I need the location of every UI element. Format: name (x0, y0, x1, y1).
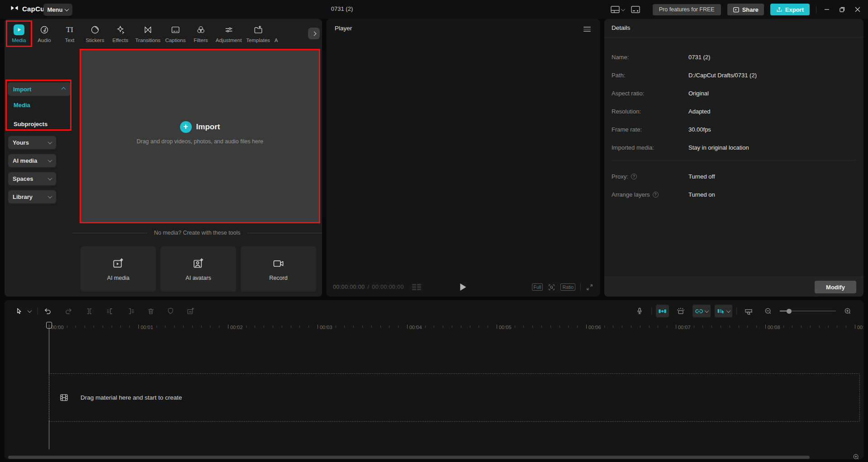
detail-row-path: Path: D:/CapCut Drafts/0731 (2) (612, 66, 856, 84)
ruler-minor-tick (237, 325, 237, 328)
tab-templates-label: Templates (246, 38, 270, 43)
sidebar-item-import[interactable]: Import (8, 82, 71, 96)
close-button[interactable] (850, 0, 865, 19)
timeline-zoom-in-icon[interactable] (840, 303, 855, 319)
ruler-minor-tick (246, 325, 247, 328)
sidebar-group-spaces[interactable]: Spaces (8, 172, 56, 185)
ruler-minor-tick (398, 325, 398, 328)
tabs-overflow-button[interactable] (308, 28, 320, 39)
ruler-minor-tick (183, 325, 184, 328)
ruler-minor-tick (550, 325, 551, 328)
snap-toggle[interactable] (656, 305, 669, 317)
effects-star-icon (115, 24, 125, 35)
tab-effects[interactable]: Effects (108, 20, 133, 47)
layout-player-icon[interactable] (611, 6, 620, 13)
player-panel: Player 00:00:00:00 / 00:00:00:00 Full (327, 19, 600, 297)
timeline-zoom-in-bottom-icon[interactable] (852, 453, 860, 459)
share-button[interactable]: Share (727, 4, 764, 15)
restore-button[interactable] (835, 0, 850, 19)
ruler-minor-tick (667, 325, 667, 328)
capcut-logo: CapCut (10, 4, 47, 13)
zoom-preview-icon[interactable] (548, 283, 555, 291)
tab-audio[interactable]: Audio (32, 20, 57, 47)
preview-axis-icon[interactable] (673, 303, 688, 319)
details-footer: Modify (604, 277, 863, 297)
zoom-to-fit-icon[interactable] (741, 303, 756, 319)
ruler-minor-tick (112, 325, 112, 328)
capcut-window: CapCut Menu 0731 (2) Pro features (0, 0, 868, 462)
modify-button[interactable]: Modify (815, 281, 856, 293)
tab-filters[interactable]: Filters (188, 20, 213, 47)
ai-avatars-card[interactable]: AI avatars (161, 246, 236, 292)
ai-media-card[interactable]: AI media (81, 246, 156, 292)
ruler-minor-tick (801, 325, 802, 328)
player-menu-icon[interactable] (583, 27, 591, 32)
sidebar-group-yours[interactable]: Yours (8, 136, 56, 149)
arrange-layers-help-icon[interactable]: ? (653, 192, 659, 198)
sidebar-item-subprojects[interactable]: Subprojects (14, 121, 47, 127)
frame-view-icon[interactable] (412, 284, 421, 290)
ratio-button[interactable]: Ratio (560, 283, 575, 291)
extract-frame-icon[interactable] (183, 303, 198, 319)
mask-shield-icon[interactable] (163, 303, 178, 319)
timeline-zoom-out-icon[interactable] (760, 303, 776, 319)
pro-features-button[interactable]: Pro features for FREE (653, 4, 721, 15)
delete-right-icon[interactable] (123, 303, 138, 319)
timeline-scrollbar[interactable] (8, 456, 810, 459)
imported-media-value: Stay in original location (688, 144, 749, 151)
delete-left-icon[interactable] (102, 303, 118, 319)
sidebar-item-media[interactable]: Media (14, 102, 30, 108)
full-view-button[interactable]: Full (532, 283, 543, 291)
trash-icon[interactable] (143, 303, 158, 319)
tab-text[interactable]: TI Text (57, 20, 82, 47)
auto-link-chevron-icon[interactable] (705, 308, 709, 313)
fullscreen-icon[interactable] (586, 283, 593, 291)
minimize-button[interactable] (819, 0, 835, 19)
detail-row-name: Name: 0731 (2) (612, 48, 856, 66)
record-card[interactable]: Record (241, 246, 316, 292)
ruler-minor-tick (282, 325, 282, 328)
tab-captions[interactable]: Captions (163, 20, 188, 47)
play-button[interactable] (460, 283, 467, 291)
ruler-major-tick (676, 325, 676, 329)
linked-select-toggle[interactable] (715, 305, 732, 317)
plus-icon: + (180, 121, 192, 133)
cursor-tool-icon[interactable] (11, 303, 26, 319)
cursor-tool-chevron-icon[interactable] (28, 308, 32, 313)
import-dropzone[interactable]: + Import Drag and drop videos, photos, a… (80, 49, 320, 223)
media-library-panel: Media Audio TI Text (5, 19, 322, 297)
proxy-help-icon[interactable]: ? (631, 174, 637, 179)
sidebar-group-library[interactable]: Library (8, 190, 56, 203)
sidebar-group-ai-media[interactable]: AI media (8, 154, 56, 167)
undo-icon[interactable] (40, 303, 55, 319)
menu-button[interactable]: Menu (43, 4, 72, 16)
detail-row-frame-rate: Frame rate: 30.00fps (612, 120, 856, 138)
ruler-minor-tick (685, 325, 685, 328)
ruler-minor-tick (515, 325, 515, 328)
timeline-zoom-slider[interactable] (780, 311, 836, 311)
layout-chevron-icon[interactable] (621, 7, 625, 11)
auto-link-toggle[interactable] (693, 305, 711, 317)
create-tools-label: No media? Create with these tools (154, 230, 240, 236)
ruler-minor-tick (711, 325, 712, 328)
zoom-slider-handle[interactable] (787, 309, 792, 314)
linked-select-chevron-icon[interactable] (726, 308, 731, 313)
timeline-drop-target[interactable]: Drag material here and start to create (49, 373, 860, 422)
playhead-handle[interactable] (46, 322, 52, 329)
frame-rate-value: 30.00fps (688, 126, 711, 133)
ruler-minor-tick (103, 325, 103, 328)
tab-media[interactable]: Media (6, 20, 32, 47)
tab-stickers[interactable]: Stickers (82, 20, 108, 47)
timeline-ruler[interactable]: 00:0000:0100:0200:0300:0400:0500:0600:07… (5, 322, 863, 334)
library-label: Library (13, 193, 33, 200)
voiceover-mic-icon[interactable] (632, 303, 647, 319)
export-button[interactable]: Export (770, 4, 810, 15)
redo-icon[interactable] (61, 303, 76, 319)
split-icon[interactable] (81, 303, 97, 319)
tab-adjustment[interactable]: Adjustment (213, 20, 244, 47)
tab-transitions[interactable]: Transitions (133, 20, 163, 47)
tab-templates[interactable]: Templates (244, 20, 272, 47)
tab-partial[interactable]: A (272, 20, 280, 47)
aspect-ratio-value: Original (688, 90, 709, 97)
layout-caption-icon[interactable] (631, 6, 640, 13)
